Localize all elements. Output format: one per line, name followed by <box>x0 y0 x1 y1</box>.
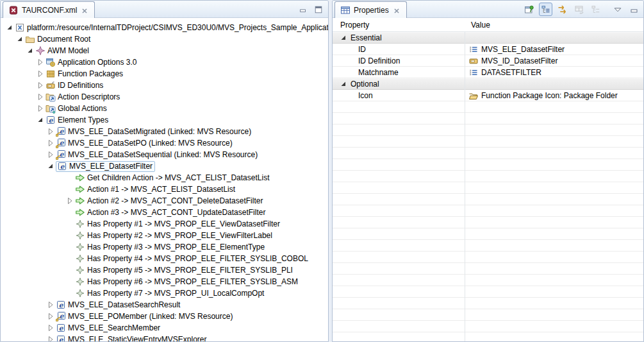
maximize-icon[interactable] <box>314 4 323 13</box>
category-row[interactable]: Optional <box>333 78 643 90</box>
close-icon[interactable] <box>80 6 89 15</box>
expander-expanded-icon[interactable] <box>45 161 56 171</box>
tree-item[interactable]: Action #3 -> MVS_ACT_CONT_UpdateDatasetF… <box>1 207 328 218</box>
expander-collapsed-icon[interactable] <box>65 196 75 206</box>
tree-item[interactable]: AWM Model <box>1 45 328 56</box>
tree-item[interactable]: Application Options 3.0 <box>1 56 328 68</box>
minimize-icon[interactable] <box>627 3 641 16</box>
tab-taurconf-xml[interactable]: TAURCONF.xml <box>3 1 95 18</box>
show-advanced-properties-icon[interactable] <box>556 3 569 16</box>
properties-header-row: Property Value <box>333 18 643 32</box>
element-icon: e <box>56 334 66 341</box>
pin-view-icon[interactable] <box>522 3 536 16</box>
expander-collapsed-icon[interactable] <box>45 126 56 137</box>
tree-item[interactable]: eElement Types <box>1 114 328 126</box>
show-categories-icon[interactable] <box>539 3 552 16</box>
tree-item-label: Function Packages <box>58 69 123 78</box>
property-value[interactable]: Function Package Icon: Package Folder <box>481 91 618 100</box>
tree-item[interactable]: eMVS_ELE_StaticViewEntryMVSExplorer <box>1 334 328 341</box>
tree-item[interactable]: platform:/resource/InternalTDProject/CSI… <box>1 22 328 33</box>
expander-collapsed-icon[interactable] <box>35 69 45 79</box>
tree-item[interactable]: Action #2 -> MVS_ACT_CONT_DeleteDatasetF… <box>1 195 328 207</box>
category-label: Essential <box>351 33 382 42</box>
editor-tabstrip: TAURCONF.xml <box>1 1 328 18</box>
column-header-property[interactable]: Property <box>333 21 465 30</box>
tree-item-label: Has Property #6 -> MVS_PROP_ELE_FILTER_S… <box>87 277 298 286</box>
tree-item[interactable]: Action #1 -> MVS_ACT_ELIST_DatasetList <box>1 184 328 195</box>
tree-item-label: Application Options 3.0 <box>58 58 136 67</box>
view-menu-icon[interactable] <box>611 3 624 16</box>
expander-collapsed-icon[interactable] <box>45 150 56 160</box>
action-arrow-icon <box>75 207 85 218</box>
expander-collapsed-icon[interactable] <box>45 334 56 341</box>
tree-item[interactable]: Action Descriptors <box>1 91 328 103</box>
tree-item[interactable]: Document Root <box>1 33 328 45</box>
tree-item[interactable]: eMVS_ELE_SearchMember <box>1 322 328 334</box>
column-divider[interactable] <box>465 32 465 341</box>
tree-item-label: Has Property #5 -> MVS_PROP_ELE_FILTER_S… <box>87 266 293 275</box>
expander-collapsed-icon[interactable] <box>35 57 45 67</box>
element-icon: e <box>45 115 56 125</box>
expander-expanded-icon[interactable] <box>338 33 349 43</box>
tree-item[interactable]: Get Children Action -> MVS_ACT_ELIST_Dat… <box>1 172 328 184</box>
expander-collapsed-icon[interactable] <box>35 103 45 114</box>
tree-item[interactable]: eMVS_ELE_DataSetPO (Linked: MVS Resource… <box>1 137 328 149</box>
action-arrow-icon <box>75 196 85 206</box>
linked-element-icon: e <box>56 150 66 160</box>
property-row[interactable]: MatchnameDATASETFILTER <box>333 67 643 78</box>
expander-collapsed-icon[interactable] <box>35 92 45 102</box>
expander-expanded-icon[interactable] <box>4 22 15 33</box>
property-value[interactable]: MVS_ELE_DatasetFilter <box>481 45 565 54</box>
expander-collapsed-icon[interactable] <box>45 323 56 333</box>
minimize-icon[interactable] <box>299 4 308 13</box>
tree-item[interactable]: eMVS_ELE_POMember (Linked: MVS Resource) <box>1 311 328 322</box>
tree-item[interactable]: Has Property #5 -> MVS_PROP_ELE_FILTER_S… <box>1 264 328 276</box>
application-options-icon <box>45 57 56 67</box>
has-property-icon <box>75 277 85 287</box>
tree-item[interactable]: Global Actions <box>1 103 328 114</box>
expander-expanded-icon[interactable] <box>338 79 349 89</box>
column-header-value[interactable]: Value <box>465 21 490 30</box>
xml-file-icon <box>8 5 19 15</box>
tree-item[interactable]: Has Property #2 -> MVS_PROP_ELE_ViewFilt… <box>1 230 328 241</box>
expander-expanded-icon[interactable] <box>35 115 45 125</box>
tree-item[interactable]: Has Property #6 -> MVS_PROP_ELE_FILTER_S… <box>1 276 328 287</box>
tree-item[interactable]: Has Property #7 -> MVS_PROP_UI_LocalComp… <box>1 287 328 299</box>
tree-item[interactable]: Has Property #1 -> MVS_PROP_ELE_ViewData… <box>1 218 328 230</box>
close-icon[interactable] <box>392 6 401 15</box>
property-row[interactable]: IDMVS_ELE_DatasetFilter <box>333 44 643 55</box>
expander-expanded-icon[interactable] <box>15 34 25 44</box>
tree-item[interactable]: eMVS_ELE_DataSetMigrated (Linked: MVS Re… <box>1 126 328 137</box>
category-row[interactable]: Essential <box>333 32 643 44</box>
tree-item-label: Has Property #2 -> MVS_PROP_ELE_ViewFilt… <box>87 231 272 240</box>
expander-collapsed-icon[interactable] <box>35 80 45 90</box>
property-value[interactable]: DATASETFILTER <box>481 68 541 77</box>
action-folder-icon <box>45 92 56 102</box>
property-value[interactable]: MVS_ID_DatasetFilter <box>481 56 557 65</box>
tab-properties[interactable]: Properties <box>334 1 407 18</box>
expander-collapsed-icon[interactable] <box>45 300 56 310</box>
tree-item[interactable]: eMVS_ELE_DatasetSearchResult <box>1 299 328 311</box>
tree-item[interactable]: Has Property #4 -> MVS_PROP_ELE_FILTER_S… <box>1 253 328 264</box>
category-label: Optional <box>351 80 379 89</box>
restore-default-value-icon[interactable] <box>572 3 586 16</box>
element-icon: e <box>56 300 66 310</box>
selected-tree-item[interactable]: eMVS_ELE_DatasetFilter <box>56 161 155 172</box>
tree-item[interactable]: eMVS_ELE_DataSetSequential (Linked: MVS … <box>1 149 328 160</box>
property-row[interactable]: IconFunction Package Icon: Package Folde… <box>333 90 643 101</box>
expander-collapsed-icon[interactable] <box>45 311 56 321</box>
expander-collapsed-icon[interactable] <box>45 138 56 148</box>
tree-item[interactable]: ID Definitions <box>1 80 328 91</box>
table-icon <box>340 5 351 15</box>
action-arrow-icon <box>75 173 85 183</box>
tree-item-label: Action Descriptors <box>58 92 120 101</box>
tree-item[interactable]: Has Property #3 -> MVS_PROP_ELE_ElementT… <box>1 241 328 253</box>
tree-item[interactable]: Function Packages <box>1 68 328 80</box>
tree-item[interactable]: eMVS_ELE_DatasetFilter <box>1 160 328 172</box>
tree-item-label: platform:/resource/InternalTDProject/CSI… <box>27 23 328 32</box>
linked-element-icon: e <box>56 311 66 321</box>
show-category-groups-icon[interactable] <box>589 3 602 16</box>
expander-expanded-icon[interactable] <box>25 46 35 56</box>
property-row[interactable]: ID DefinitionMVS_ID_DatasetFilter <box>333 55 643 67</box>
tree-item-label: Has Property #1 -> MVS_PROP_ELE_ViewData… <box>87 219 280 228</box>
